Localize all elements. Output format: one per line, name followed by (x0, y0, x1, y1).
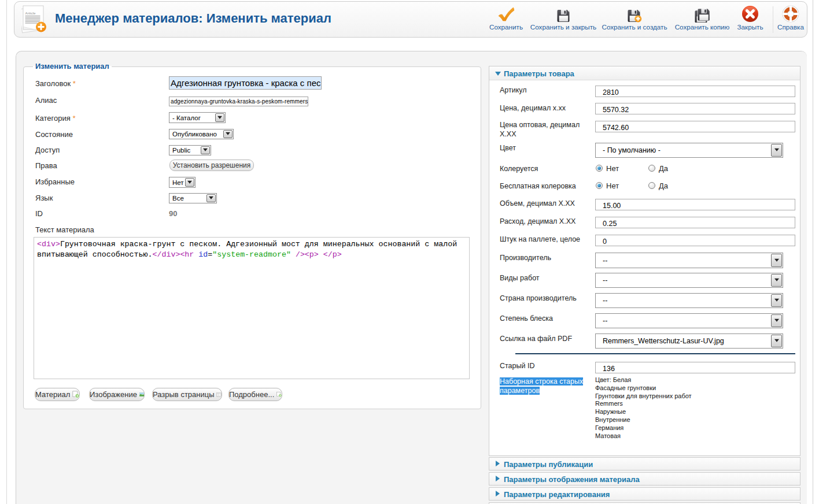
svg-text:Article: Article (25, 12, 36, 15)
